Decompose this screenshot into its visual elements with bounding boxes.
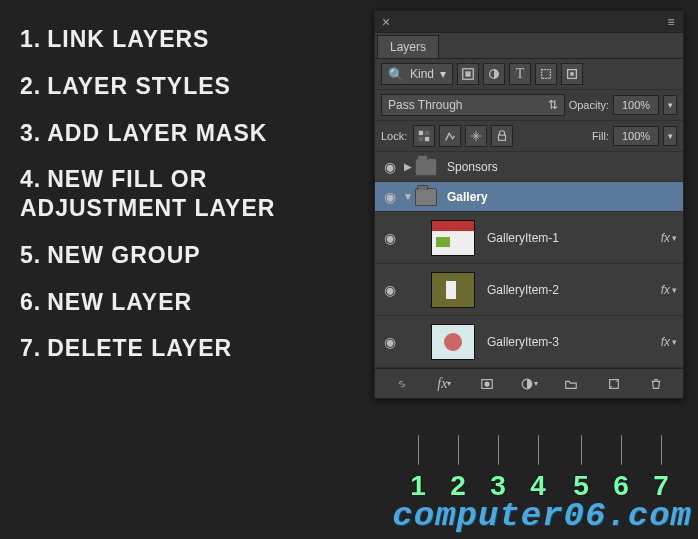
- svg-rect-5: [570, 72, 574, 76]
- visibility-toggle-icon[interactable]: ◉: [379, 159, 401, 175]
- legend-label: DELETE LAYER: [47, 335, 232, 361]
- callout-line: [418, 435, 419, 465]
- legend-item: 7.DELETE LAYER: [20, 334, 350, 363]
- opacity-input[interactable]: 100%: [613, 95, 659, 115]
- legend-num: 5.: [20, 242, 41, 268]
- layer-group-name: Sponsors: [447, 160, 679, 174]
- layer-item[interactable]: ◉ GalleryItem-2 fx ▾: [375, 264, 683, 316]
- callout-line: [458, 435, 459, 465]
- svg-rect-9: [419, 137, 423, 141]
- legend-num: 6.: [20, 289, 41, 315]
- fx-badge[interactable]: fx: [661, 283, 670, 297]
- visibility-toggle-icon[interactable]: ◉: [379, 282, 401, 298]
- link-layers-button[interactable]: [389, 373, 415, 395]
- disclosure-triangle-icon[interactable]: ▶: [401, 161, 415, 172]
- fx-badge[interactable]: fx: [661, 231, 670, 245]
- fill-input[interactable]: 100%: [613, 126, 659, 146]
- callout-line: [621, 435, 622, 465]
- search-icon: 🔍: [388, 67, 404, 82]
- legend-label: NEW FILL OR ADJUSTMENT LAYER: [20, 166, 275, 221]
- filter-kind-dropdown[interactable]: 🔍 Kind ▾: [381, 63, 453, 85]
- chevron-updown-icon: ⇅: [548, 98, 558, 112]
- layer-item[interactable]: ◉ GalleryItem-1 fx ▾: [375, 212, 683, 264]
- layer-item-name: GalleryItem-2: [487, 283, 661, 297]
- blend-mode-value: Pass Through: [388, 98, 463, 112]
- blend-mode-dropdown[interactable]: Pass Through ⇅: [381, 94, 565, 116]
- lock-label: Lock:: [381, 130, 407, 142]
- legend-label: NEW LAYER: [47, 289, 192, 315]
- close-icon[interactable]: ×: [375, 14, 397, 30]
- legend-num: 2.: [20, 73, 41, 99]
- svg-rect-1: [465, 71, 470, 76]
- legend-num: 3.: [20, 120, 41, 146]
- legend-label: NEW GROUP: [47, 242, 200, 268]
- callout-line: [538, 435, 539, 465]
- legend-num: 1.: [20, 26, 41, 52]
- legend-item: 4.NEW FILL OR ADJUSTMENT LAYER: [20, 165, 350, 223]
- callout-line: [581, 435, 582, 465]
- panel-tabs: Layers: [375, 33, 683, 59]
- new-group-button[interactable]: [558, 373, 584, 395]
- fill-label: Fill:: [592, 130, 609, 142]
- fx-chevron-icon[interactable]: ▾: [672, 233, 677, 243]
- filter-kind-value: Kind: [410, 67, 434, 81]
- layers-panel: × ≡ Layers 🔍 Kind ▾ T Pass Through ⇅ Opa…: [374, 10, 684, 399]
- delete-layer-button[interactable]: [643, 373, 669, 395]
- lock-all-icon[interactable]: [491, 125, 513, 147]
- panel-menu-icon[interactable]: ≡: [659, 15, 683, 29]
- fill-chevron-icon[interactable]: ▾: [663, 126, 677, 146]
- fx-chevron-icon[interactable]: ▾: [672, 337, 677, 347]
- layer-thumbnail: [431, 272, 475, 308]
- tab-layers[interactable]: Layers: [377, 35, 439, 58]
- lock-position-icon[interactable]: [465, 125, 487, 147]
- svg-rect-7: [425, 137, 429, 141]
- legend-item: 6.NEW LAYER: [20, 288, 350, 317]
- visibility-toggle-icon[interactable]: ◉: [379, 230, 401, 246]
- opacity-chevron-icon[interactable]: ▾: [663, 95, 677, 115]
- new-layer-button[interactable]: [601, 373, 627, 395]
- chevron-down-icon: ▾: [440, 67, 446, 81]
- filter-pixel-icon[interactable]: [457, 63, 479, 85]
- layer-group-name: Gallery: [447, 190, 679, 204]
- legend-list: 1.LINK LAYERS 2.LAYER STYLES 3.ADD LAYER…: [20, 25, 350, 381]
- layer-item-name: GalleryItem-3: [487, 335, 661, 349]
- layer-item[interactable]: ◉ GalleryItem-3 fx ▾: [375, 316, 683, 368]
- legend-label: LINK LAYERS: [47, 26, 209, 52]
- opacity-label: Opacity:: [569, 99, 609, 111]
- add-layer-mask-button[interactable]: [474, 373, 500, 395]
- new-adjustment-layer-button[interactable]: ▾: [516, 373, 542, 395]
- filter-shape-icon[interactable]: [535, 63, 557, 85]
- legend-item: 5.NEW GROUP: [20, 241, 350, 270]
- folder-open-icon: [415, 188, 437, 206]
- folder-icon: [415, 158, 437, 176]
- legend-label: ADD LAYER MASK: [47, 120, 267, 146]
- panel-header: × ≡: [375, 11, 683, 33]
- layer-group-sponsors[interactable]: ◉ ▶ Sponsors: [375, 152, 683, 182]
- layer-thumbnail: [431, 324, 475, 360]
- visibility-toggle-icon[interactable]: ◉: [379, 334, 401, 350]
- legend-label: LAYER STYLES: [47, 73, 231, 99]
- layer-styles-button[interactable]: fx▾: [431, 373, 457, 395]
- fx-chevron-icon[interactable]: ▾: [672, 285, 677, 295]
- legend-num: 7.: [20, 335, 41, 361]
- legend-item: 3.ADD LAYER MASK: [20, 119, 350, 148]
- lock-row: Lock: Fill: 100% ▾: [375, 121, 683, 152]
- svg-rect-6: [419, 131, 423, 135]
- svg-rect-8: [425, 131, 429, 135]
- fx-badge[interactable]: fx: [661, 335, 670, 349]
- filter-smartobject-icon[interactable]: [561, 63, 583, 85]
- filter-adjustment-icon[interactable]: [483, 63, 505, 85]
- callout-line: [661, 435, 662, 465]
- visibility-toggle-icon[interactable]: ◉: [379, 189, 401, 205]
- layer-item-name: GalleryItem-1: [487, 231, 661, 245]
- layer-group-gallery[interactable]: ◉ ▼ Gallery: [375, 182, 683, 212]
- callout-line: [498, 435, 499, 465]
- lock-image-icon[interactable]: [439, 125, 461, 147]
- svg-rect-10: [499, 135, 506, 140]
- lock-transparent-icon[interactable]: [413, 125, 435, 147]
- watermark: computer06.com: [392, 497, 692, 535]
- legend-item: 1.LINK LAYERS: [20, 25, 350, 54]
- legend-item: 2.LAYER STYLES: [20, 72, 350, 101]
- filter-type-icon[interactable]: T: [509, 63, 531, 85]
- disclosure-triangle-icon[interactable]: ▼: [401, 191, 415, 202]
